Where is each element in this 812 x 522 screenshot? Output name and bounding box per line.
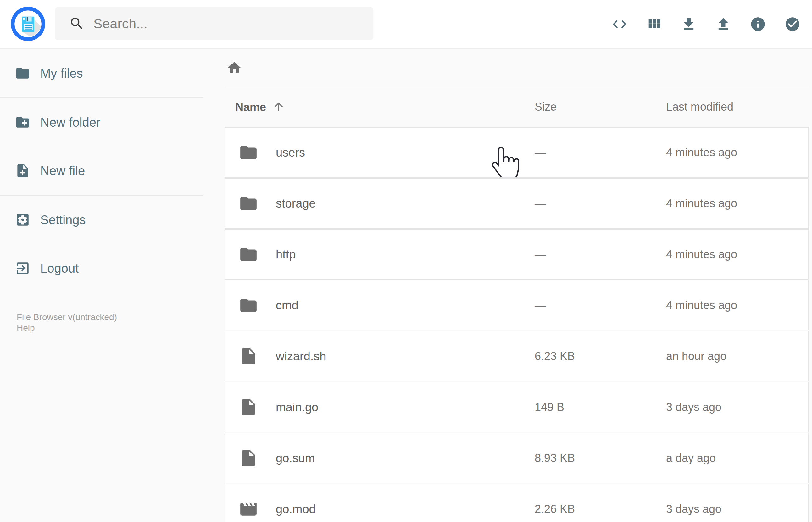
file-name: go.sum xyxy=(276,451,315,465)
file-name: users xyxy=(276,146,305,159)
sidebar-footer: File Browser v(untracked) Help xyxy=(0,312,207,333)
sidebar-item-label: Settings xyxy=(40,213,86,227)
file-name: cmd xyxy=(276,299,299,312)
file-name-cell: users xyxy=(225,143,535,162)
sort-by-modified[interactable]: Last modified xyxy=(666,100,733,113)
search-icon xyxy=(69,16,85,32)
code-view-button[interactable] xyxy=(611,16,628,33)
file-modified: a day ago xyxy=(666,451,808,465)
file-name-cell: cmd xyxy=(225,296,535,315)
file-size: 6.23 KB xyxy=(535,350,666,363)
exit-to-app-icon xyxy=(15,260,31,276)
file-size: — xyxy=(535,146,666,159)
file-size: — xyxy=(535,299,666,312)
file-name: storage xyxy=(276,197,316,210)
sort-by-size[interactable]: Size xyxy=(535,100,556,113)
topbar-actions xyxy=(611,0,801,48)
file-name: go.mod xyxy=(276,502,316,516)
breadcrumb xyxy=(225,49,809,86)
file-name: main.go xyxy=(276,401,318,414)
upload-icon xyxy=(715,16,731,33)
table-row[interactable]: go.mod2.26 KB3 days ago xyxy=(225,484,809,522)
help-link[interactable]: Help xyxy=(17,323,207,333)
sidebar: My filesNew folderNew fileSettingsLogout… xyxy=(0,49,207,333)
sidebar-item-label: My files xyxy=(40,66,83,80)
file-modified: 4 minutes ago xyxy=(666,146,808,159)
top-bar: Search... xyxy=(0,0,812,49)
file-name-cell: http xyxy=(225,245,535,264)
file-modified: 3 days ago xyxy=(666,401,808,414)
sidebar-item-label: New file xyxy=(40,164,85,178)
folder-icon xyxy=(15,65,31,81)
search-placeholder: Search... xyxy=(94,16,147,32)
file-icon xyxy=(239,448,258,468)
sort-ascending-icon xyxy=(272,100,285,113)
code-icon xyxy=(611,16,628,33)
file-name-cell: go.mod xyxy=(225,499,535,519)
home-icon xyxy=(227,60,242,75)
sidebar-item-label: New folder xyxy=(40,115,100,129)
file-icon xyxy=(239,398,258,417)
sidebar-item-settings[interactable]: Settings xyxy=(0,196,207,244)
file-name: wizard.sh xyxy=(276,350,326,363)
file-name: http xyxy=(276,248,296,261)
listing-header: Name Size Last modified xyxy=(225,86,809,127)
home-button[interactable] xyxy=(227,60,242,75)
search-bar[interactable]: Search... xyxy=(55,7,373,40)
settings-applications-icon xyxy=(15,212,31,228)
folder-icon xyxy=(239,143,258,162)
movie-icon xyxy=(239,499,258,519)
file-name-cell: wizard.sh xyxy=(225,346,535,366)
table-row[interactable]: wizard.sh6.23 KBan hour ago xyxy=(225,331,809,381)
file-size: 2.26 KB xyxy=(535,502,666,516)
download-icon xyxy=(681,16,697,33)
note-add-icon xyxy=(15,163,31,179)
table-row[interactable]: main.go149 B3 days ago xyxy=(225,382,809,433)
file-modified: an hour ago xyxy=(666,350,808,363)
sidebar-item-label: Logout xyxy=(40,261,79,276)
table-row[interactable]: http—4 minutes ago xyxy=(225,229,809,280)
file-name-cell: go.sum xyxy=(225,448,535,468)
filebrowser-logo-icon xyxy=(11,6,45,41)
table-row[interactable]: go.sum8.93 KBa day ago xyxy=(225,433,809,483)
listing-rows: users—4 minutes agostorage—4 minutes ago… xyxy=(225,127,809,522)
folder-icon xyxy=(239,245,258,264)
file-modified: 3 days ago xyxy=(666,502,808,516)
upload-button[interactable] xyxy=(715,16,731,33)
folder-icon xyxy=(239,296,258,315)
file-size: — xyxy=(535,248,666,261)
view-module-icon xyxy=(646,16,662,33)
table-row[interactable]: cmd—4 minutes ago xyxy=(225,280,809,330)
sort-by-name[interactable]: Name xyxy=(235,101,266,114)
create-new-folder-icon xyxy=(15,115,31,130)
file-icon xyxy=(239,346,258,366)
sidebar-item-my-files[interactable]: My files xyxy=(0,49,207,98)
file-size: — xyxy=(535,197,666,210)
sidebar-item-logout[interactable]: Logout xyxy=(0,244,207,293)
version-link[interactable]: File Browser v(untracked) xyxy=(17,312,207,323)
filebrowser-app: Search... My filesNew folderNew fileSett… xyxy=(0,0,812,522)
file-size: 8.93 KB xyxy=(535,451,666,465)
grid-view-button[interactable] xyxy=(646,16,662,33)
file-listing: Name Size Last modified users—4 minutes … xyxy=(225,49,809,522)
file-modified: 4 minutes ago xyxy=(666,248,808,261)
check-circle-icon xyxy=(784,16,801,33)
info-button[interactable] xyxy=(750,16,766,33)
table-row[interactable]: storage—4 minutes ago xyxy=(225,178,809,228)
logo-button[interactable] xyxy=(11,6,45,41)
sidebar-item-new-file[interactable]: New file xyxy=(0,146,207,195)
file-modified: 4 minutes ago xyxy=(666,299,808,312)
info-icon xyxy=(750,16,766,33)
file-name-cell: main.go xyxy=(225,398,535,417)
select-multiple-button[interactable] xyxy=(784,16,801,33)
folder-icon xyxy=(239,194,258,213)
download-button[interactable] xyxy=(681,16,697,33)
file-size: 149 B xyxy=(535,401,666,414)
file-modified: 4 minutes ago xyxy=(666,197,808,210)
file-name-cell: storage xyxy=(225,194,535,213)
sidebar-item-new-folder[interactable]: New folder xyxy=(0,98,207,146)
table-row[interactable]: users—4 minutes ago xyxy=(225,127,809,178)
